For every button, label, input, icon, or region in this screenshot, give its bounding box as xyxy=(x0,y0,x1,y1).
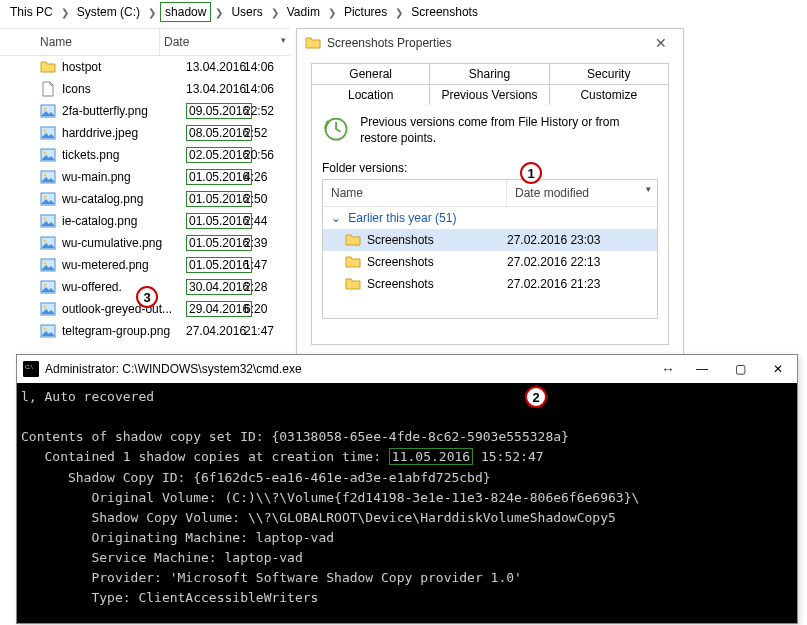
tab-strip: GeneralSharingSecurity LocationPrevious … xyxy=(297,57,683,105)
breadcrumb-item[interactable]: Vadim xyxy=(283,3,324,21)
list-item[interactable]: wu-main.png01.05.20164:26 xyxy=(0,166,290,188)
cmd-titlebar[interactable]: Administrator: C:\WINDOWS\system32\cmd.e… xyxy=(17,355,797,383)
chevron-right-icon: ❯ xyxy=(59,7,71,18)
file-icon xyxy=(40,81,56,97)
file-date: 13.04.2016 xyxy=(182,82,244,96)
breadcrumb-item[interactable]: Pictures xyxy=(340,3,391,21)
version-date: 27.02.2016 23:03 xyxy=(507,233,657,247)
previous-versions-description: Previous versions come from File History… xyxy=(360,115,658,146)
file-date: 29.04.2016 xyxy=(182,302,244,316)
versions-list: Name Date modified ▾ ⌄ Earlier this year… xyxy=(322,179,658,319)
dialog-titlebar[interactable]: Screenshots Properties ✕ xyxy=(297,29,683,57)
svg-point-19 xyxy=(44,306,47,309)
versions-group-label: Earlier this year (51) xyxy=(348,211,456,225)
column-header-date-label: Date xyxy=(164,35,189,49)
folder-icon xyxy=(345,254,361,270)
file-name: ie-catalog.png xyxy=(62,214,182,228)
file-date: 02.05.2016 xyxy=(182,148,244,162)
file-date: 01.05.2016 xyxy=(182,258,244,272)
chevron-down-icon: ▾ xyxy=(646,184,651,194)
list-item[interactable]: tickets.png02.05.201620:56 xyxy=(0,144,290,166)
svg-point-3 xyxy=(44,130,47,133)
file-time: 20:56 xyxy=(244,148,278,162)
image-icon xyxy=(40,235,56,251)
close-icon[interactable]: ✕ xyxy=(647,35,675,51)
list-item[interactable]: wu-metered.png01.05.20161:47 xyxy=(0,254,290,276)
file-name: wu-offered. xyxy=(62,280,182,294)
tab-previous-versions[interactable]: Previous Versions xyxy=(430,84,549,105)
file-time: 2:50 xyxy=(244,192,278,206)
list-item[interactable]: hostpot13.04.201614:06 xyxy=(0,56,290,78)
image-icon xyxy=(40,213,56,229)
svg-point-15 xyxy=(44,262,47,265)
cmd-icon xyxy=(23,361,39,377)
image-icon xyxy=(40,191,56,207)
breadcrumb-item[interactable]: shadow xyxy=(160,2,211,22)
svg-point-17 xyxy=(44,284,47,287)
version-name: Screenshots xyxy=(367,255,507,269)
minimize-button[interactable]: — xyxy=(683,355,721,383)
file-time: 21:47 xyxy=(244,324,278,338)
version-row[interactable]: Screenshots27.02.2016 23:03 xyxy=(323,229,657,251)
file-date: 01.05.2016 xyxy=(182,236,244,250)
file-name: wu-catalog.png xyxy=(62,192,182,206)
maximize-button[interactable]: ▢ xyxy=(721,355,759,383)
tab-customize[interactable]: Customize xyxy=(550,84,669,105)
callout-2: 2 xyxy=(525,386,547,408)
file-name: wu-main.png xyxy=(62,170,182,184)
file-date: 01.05.2016 xyxy=(182,170,244,184)
tab-general[interactable]: General xyxy=(311,63,430,84)
list-item[interactable]: wu-catalog.png01.05.20162:50 xyxy=(0,188,290,210)
version-row[interactable]: Screenshots27.02.2016 21:23 xyxy=(323,273,657,295)
terminal-output[interactable]: l, Auto recovered Contents of shadow cop… xyxy=(17,383,797,623)
svg-point-9 xyxy=(44,196,47,199)
breadcrumb: This PC❯System (C:)❯shadow❯Users❯Vadim❯P… xyxy=(0,0,807,24)
breadcrumb-item[interactable]: Users xyxy=(227,3,266,21)
file-name: wu-cumulative.png xyxy=(62,236,182,250)
folder-versions-label: Folder versions: xyxy=(322,161,658,175)
breadcrumb-item[interactable]: Screenshots xyxy=(407,3,482,21)
versions-group-header[interactable]: ⌄ Earlier this year (51) xyxy=(323,207,657,229)
file-date: 01.05.2016 xyxy=(182,192,244,206)
image-icon xyxy=(40,301,56,317)
chevron-down-icon: ⌄ xyxy=(331,211,341,225)
file-time: 2:28 xyxy=(244,280,278,294)
breadcrumb-item[interactable]: This PC xyxy=(6,3,57,21)
file-time: 2:44 xyxy=(244,214,278,228)
cmd-window: Administrator: C:\WINDOWS\system32\cmd.e… xyxy=(16,354,798,624)
svg-point-5 xyxy=(44,152,47,155)
versions-header: Name Date modified ▾ xyxy=(323,180,657,207)
file-time: 6:20 xyxy=(244,302,278,316)
properties-dialog: Screenshots Properties ✕ GeneralSharingS… xyxy=(296,28,684,358)
list-item[interactable]: wu-cumulative.png01.05.20162:39 xyxy=(0,232,290,254)
list-item[interactable]: teltegram-group.png27.04.201621:47 xyxy=(0,320,290,342)
tab-location[interactable]: Location xyxy=(311,84,430,105)
tab-panel-previous-versions: Previous versions come from File History… xyxy=(311,105,669,345)
file-list-header: Name Date ▾ xyxy=(0,28,290,56)
file-date: 13.04.2016 xyxy=(182,60,244,74)
file-time: 14:06 xyxy=(244,82,278,96)
version-row[interactable]: Screenshots27.02.2016 22:13 xyxy=(323,251,657,273)
column-header-name[interactable]: Name xyxy=(0,29,160,55)
cmd-title: Administrator: C:\WINDOWS\system32\cmd.e… xyxy=(45,362,653,376)
versions-column-date-label: Date modified xyxy=(515,186,589,200)
file-time: 14:06 xyxy=(244,60,278,74)
file-date: 27.04.2016 xyxy=(182,324,244,338)
file-date: 08.05.2016 xyxy=(182,126,244,140)
column-header-date[interactable]: Date ▾ xyxy=(160,29,290,55)
chevron-right-icon: ❯ xyxy=(213,7,225,18)
folder-icon xyxy=(305,35,321,51)
tab-security[interactable]: Security xyxy=(550,63,669,84)
tab-sharing[interactable]: Sharing xyxy=(430,63,549,84)
breadcrumb-item[interactable]: System (C:) xyxy=(73,3,144,21)
close-button[interactable]: ✕ xyxy=(759,355,797,383)
list-item[interactable]: Icons13.04.201614:06 xyxy=(0,78,290,100)
chevron-right-icon: ❯ xyxy=(146,7,158,18)
list-item[interactable]: harddrive.jpeg08.05.20162:52 xyxy=(0,122,290,144)
image-icon xyxy=(40,103,56,119)
list-item[interactable]: 2fa-butterfly.png09.05.201622:52 xyxy=(0,100,290,122)
versions-column-name[interactable]: Name xyxy=(323,180,507,206)
file-time: 1:47 xyxy=(244,258,278,272)
callout-1: 1 xyxy=(520,162,542,184)
list-item[interactable]: ie-catalog.png01.05.20162:44 xyxy=(0,210,290,232)
